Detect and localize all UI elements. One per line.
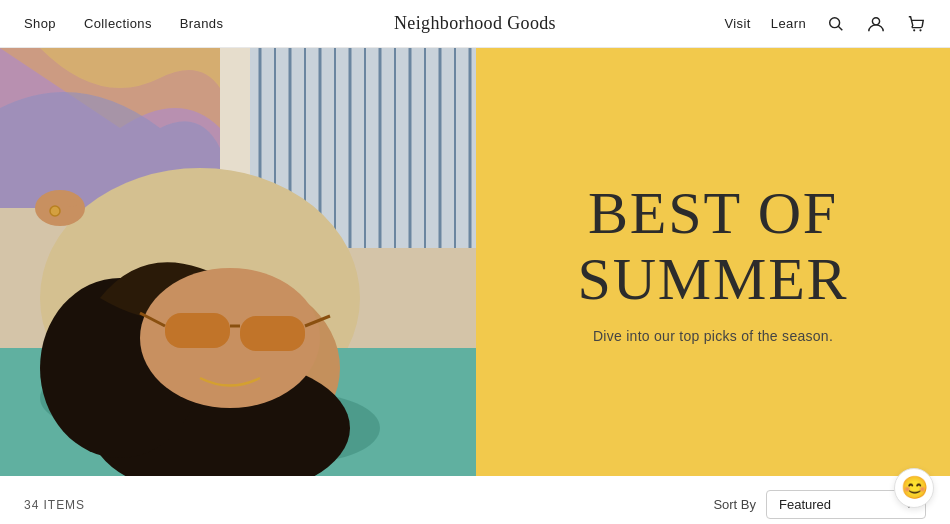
svg-point-3 (913, 29, 915, 31)
toolbar: 34 ITEMS Sort By FeaturedPrice: Low to H… (0, 476, 950, 524)
svg-rect-33 (240, 316, 305, 351)
hero-title: BEST OF SUMMER (516, 180, 910, 312)
hero-image (0, 48, 476, 476)
nav-right: Visit Learn (725, 14, 926, 34)
svg-point-0 (830, 17, 840, 27)
svg-point-37 (35, 190, 85, 226)
hero-section: BEST OF SUMMER Dive into our top picks o… (0, 48, 950, 476)
svg-point-2 (872, 17, 879, 24)
nav-collections[interactable]: Collections (84, 16, 152, 31)
svg-rect-32 (165, 313, 230, 348)
feedback-button[interactable]: 😊 (894, 468, 934, 508)
cart-icon[interactable] (906, 14, 926, 34)
user-icon[interactable] (866, 14, 886, 34)
sort-label: Sort By (713, 497, 756, 512)
nav-visit[interactable]: Visit (725, 16, 751, 31)
items-count: 34 ITEMS (24, 498, 85, 512)
svg-line-1 (838, 26, 842, 30)
navbar: Shop Collections Brands Neighborhood Goo… (0, 0, 950, 48)
nav-shop[interactable]: Shop (24, 16, 56, 31)
hero-content: BEST OF SUMMER Dive into our top picks o… (476, 48, 950, 476)
nav-learn[interactable]: Learn (771, 16, 806, 31)
hero-subtitle: Dive into our top picks of the season. (593, 328, 833, 344)
nav-left: Shop Collections Brands (24, 16, 223, 31)
search-icon[interactable] (826, 14, 846, 34)
nav-brands[interactable]: Brands (180, 16, 224, 31)
svg-point-39 (50, 206, 60, 216)
svg-point-38 (67, 199, 77, 207)
svg-point-4 (919, 29, 921, 31)
nav-brand[interactable]: Neighborhood Goods (394, 13, 556, 34)
